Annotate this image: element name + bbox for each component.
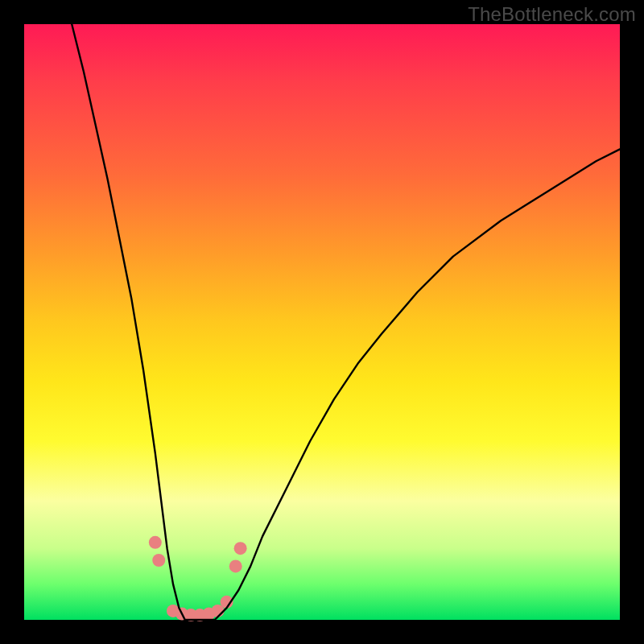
marker-dot xyxy=(152,554,165,567)
curves-group xyxy=(72,24,620,620)
plot-area xyxy=(24,24,620,620)
markers-group xyxy=(149,536,247,621)
marker-dot xyxy=(149,536,162,549)
marker-dot xyxy=(234,542,247,555)
chart-svg xyxy=(24,24,620,620)
series-curve xyxy=(72,24,620,620)
watermark-text: TheBottleneck.com xyxy=(468,3,636,26)
chart-frame: TheBottleneck.com xyxy=(0,0,644,644)
marker-dot xyxy=(229,559,242,572)
